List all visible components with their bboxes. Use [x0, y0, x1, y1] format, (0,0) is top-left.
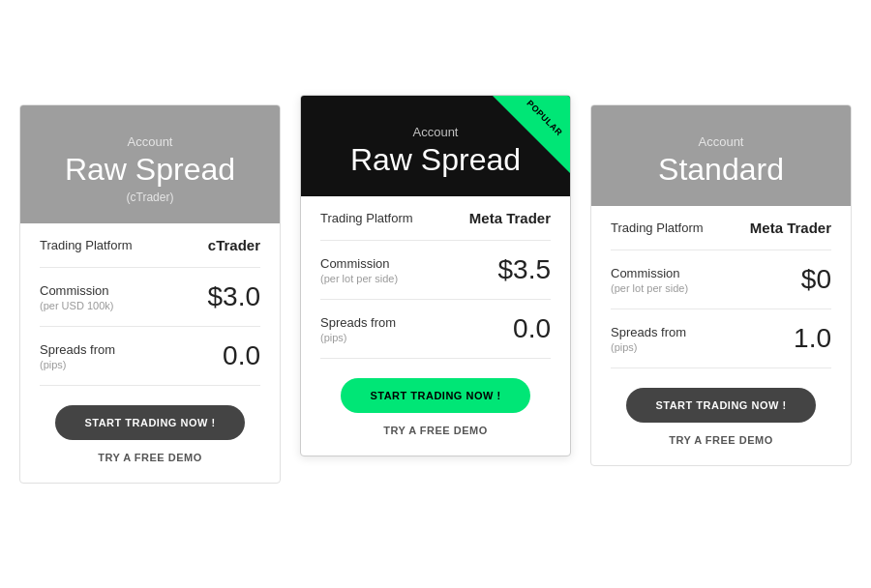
feature-value: $0 — [801, 264, 831, 295]
feature-label: Commission(per lot per side) — [320, 256, 398, 284]
card-footer: START TRADING NOW !TRY A FREE DEMO — [301, 359, 570, 456]
account-label: Account — [413, 125, 459, 139]
feature-label: Trading Platform — [320, 211, 413, 225]
account-card-raw-spread-ctrader: AccountRaw Spread(cTrader)Trading Platfo… — [19, 104, 281, 484]
card-header: AccountRaw Spread(cTrader) — [20, 105, 280, 223]
feature-label: Spreads from(pips) — [611, 325, 686, 353]
card-body: Trading PlatformcTraderCommission(per US… — [20, 223, 280, 386]
feature-label-main: Trading Platform — [611, 220, 704, 235]
feature-value: 1.0 — [794, 323, 831, 354]
feature-label: Spreads from(pips) — [320, 315, 396, 343]
feature-label-main: Trading Platform — [320, 211, 413, 225]
feature-label-sub: (pips) — [40, 359, 115, 370]
feature-label-main: Commission — [40, 283, 113, 298]
card-header: POPULARAccountRaw Spread — [301, 96, 570, 196]
feature-label-main: Spreads from — [611, 325, 686, 339]
feature-value: cTrader — [208, 237, 260, 253]
feature-label: Trading Platform — [40, 238, 133, 252]
feature-row: Trading PlatformMeta Trader — [320, 196, 551, 241]
account-name: Standard — [658, 153, 784, 187]
feature-label: Trading Platform — [611, 220, 704, 235]
cards-container: AccountRaw Spread(cTrader)Trading Platfo… — [0, 85, 871, 503]
feature-label-sub: (per lot per side) — [320, 273, 398, 284]
feature-value: 0.0 — [223, 340, 260, 371]
feature-label-sub: (pips) — [611, 341, 686, 353]
feature-row: Commission(per USD 100k)$3.0 — [40, 268, 260, 327]
account-name: Raw Spread — [65, 153, 235, 187]
try-demo-button[interactable]: TRY A FREE DEMO — [383, 425, 488, 436]
card-body: Trading PlatformMeta TraderCommission(pe… — [301, 196, 570, 359]
feature-label-main: Commission — [320, 256, 398, 271]
feature-label: Spreads from(pips) — [40, 342, 115, 370]
feature-label-main: Trading Platform — [40, 238, 133, 252]
feature-label-sub: (per USD 100k) — [40, 300, 113, 311]
start-trading-button[interactable]: START TRADING NOW ! — [626, 388, 815, 423]
account-card-raw-spread-metatrader: POPULARAccountRaw SpreadTrading Platform… — [300, 95, 571, 456]
feature-row: Spreads from(pips)1.0 — [611, 309, 831, 368]
account-label: Account — [699, 134, 744, 149]
feature-value: 0.0 — [513, 313, 551, 344]
feature-row: Spreads from(pips)0.0 — [40, 327, 260, 386]
feature-row: Trading PlatformMeta Trader — [611, 206, 831, 250]
feature-label-main: Spreads from — [320, 315, 396, 330]
feature-row: Commission(per lot per side)$0 — [611, 250, 831, 309]
try-demo-button[interactable]: TRY A FREE DEMO — [98, 452, 202, 463]
account-card-standard-metatrader: AccountStandardTrading PlatformMeta Trad… — [590, 104, 852, 466]
feature-label: Commission(per USD 100k) — [40, 283, 113, 311]
feature-value: Meta Trader — [750, 220, 831, 236]
feature-row: Trading PlatformcTrader — [40, 223, 260, 268]
feature-label: Commission(per lot per side) — [611, 266, 688, 294]
feature-value: Meta Trader — [469, 210, 551, 226]
card-body: Trading PlatformMeta TraderCommission(pe… — [591, 206, 851, 368]
popular-badge: POPULAR — [493, 96, 570, 173]
popular-badge-text: POPULAR — [526, 99, 565, 138]
start-trading-button[interactable]: START TRADING NOW ! — [55, 405, 244, 440]
card-footer: START TRADING NOW !TRY A FREE DEMO — [591, 368, 851, 465]
feature-value: $3.5 — [498, 254, 552, 285]
account-label: Account — [128, 134, 173, 149]
feature-label-main: Spreads from — [40, 342, 115, 357]
card-header: AccountStandard — [591, 105, 851, 206]
account-sub: (cTrader) — [127, 191, 174, 204]
feature-row: Spreads from(pips)0.0 — [320, 300, 551, 359]
feature-value: $3.0 — [208, 281, 261, 312]
card-footer: START TRADING NOW !TRY A FREE DEMO — [20, 386, 280, 483]
feature-row: Commission(per lot per side)$3.5 — [320, 241, 551, 300]
feature-label-main: Commission — [611, 266, 688, 280]
feature-label-sub: (per lot per side) — [611, 282, 688, 294]
feature-label-sub: (pips) — [320, 332, 396, 343]
start-trading-button[interactable]: START TRADING NOW ! — [341, 378, 529, 413]
try-demo-button[interactable]: TRY A FREE DEMO — [669, 434, 773, 446]
